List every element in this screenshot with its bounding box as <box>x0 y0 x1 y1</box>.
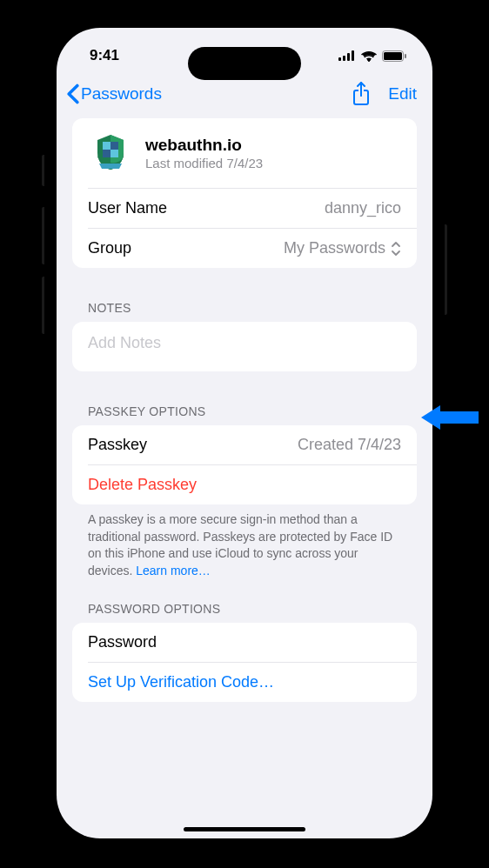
passkey-footer-text: A passkey is a more secure sign-in metho… <box>88 512 392 578</box>
battery-icon <box>382 50 406 62</box>
edit-button[interactable]: Edit <box>388 84 417 103</box>
username-value: danny_rico <box>325 199 401 217</box>
back-button[interactable]: Passwords <box>65 83 162 104</box>
share-icon[interactable] <box>352 82 371 106</box>
volume-up-button <box>42 207 44 264</box>
setup-verification-label: Set Up Verification Code… <box>88 673 274 691</box>
svg-rect-3 <box>352 50 354 61</box>
notes-placeholder: Add Notes <box>88 334 161 351</box>
status-icons <box>338 50 406 62</box>
username-row[interactable]: User Name danny_rico <box>72 189 417 228</box>
notes-section-header: NOTES <box>72 284 417 322</box>
password-card: Password Set Up Verification Code… <box>72 623 417 702</box>
annotation-arrow <box>419 400 480 435</box>
passkey-label: Passkey <box>88 436 147 454</box>
cellular-icon <box>338 50 356 61</box>
svg-rect-12 <box>111 150 118 157</box>
site-name: webauthn.io <box>145 136 263 155</box>
site-info: webauthn.io Last modified 7/4/23 <box>145 136 263 170</box>
passkey-row[interactable]: Passkey Created 7/4/23 <box>72 425 417 464</box>
volume-down-button <box>42 277 44 334</box>
delete-passkey-button[interactable]: Delete Passkey <box>72 465 417 504</box>
group-label: Group <box>88 239 131 257</box>
passkey-footer: A passkey is a more secure sign-in metho… <box>72 504 417 584</box>
svg-rect-11 <box>103 150 111 157</box>
account-header[interactable]: webauthn.io Last modified 7/4/23 <box>72 118 417 188</box>
site-icon <box>88 130 133 176</box>
svg-rect-6 <box>405 54 406 58</box>
group-value: My Passwords <box>284 239 385 257</box>
nav-right-group: Edit <box>352 82 417 106</box>
site-modified: Last modified 7/4/23 <box>145 156 263 170</box>
status-time: 9:41 <box>90 47 119 64</box>
up-down-chevron-icon <box>391 241 401 257</box>
password-section-header: PASSWORD OPTIONS <box>72 584 417 623</box>
wifi-icon <box>361 50 377 62</box>
svg-rect-0 <box>338 57 341 61</box>
group-value-wrap: My Passwords <box>284 239 401 257</box>
svg-rect-2 <box>347 53 350 61</box>
account-card: webauthn.io Last modified 7/4/23 User Na… <box>72 118 417 268</box>
passkey-card: Passkey Created 7/4/23 Delete Passkey <box>72 425 417 504</box>
learn-more-link[interactable]: Learn more… <box>136 564 211 578</box>
home-indicator[interactable] <box>184 827 305 831</box>
passkey-created: Created 7/4/23 <box>298 436 401 454</box>
svg-rect-1 <box>343 56 345 61</box>
svg-rect-5 <box>384 52 402 60</box>
password-row[interactable]: Password <box>72 623 417 662</box>
dynamic-island <box>188 47 301 80</box>
power-button <box>445 224 447 315</box>
silence-switch <box>42 155 44 186</box>
svg-rect-10 <box>111 142 118 150</box>
phone-screen: 9:41 <box>57 28 432 838</box>
notes-card[interactable]: Add Notes <box>72 322 417 371</box>
delete-passkey-label: Delete Passkey <box>88 476 197 494</box>
group-row[interactable]: Group My Passwords <box>72 229 417 268</box>
passkey-section-header: PASSKEY OPTIONS <box>72 387 417 425</box>
setup-verification-button[interactable]: Set Up Verification Code… <box>72 663 417 702</box>
content-scroll[interactable]: webauthn.io Last modified 7/4/23 User Na… <box>57 118 432 835</box>
svg-rect-9 <box>103 142 111 150</box>
username-label: User Name <box>88 199 167 217</box>
chevron-left-icon <box>65 83 81 104</box>
password-label: Password <box>88 633 157 651</box>
back-label: Passwords <box>81 84 162 103</box>
phone-frame: 9:41 <box>44 16 445 851</box>
navigation-bar: Passwords Edit <box>57 75 432 118</box>
